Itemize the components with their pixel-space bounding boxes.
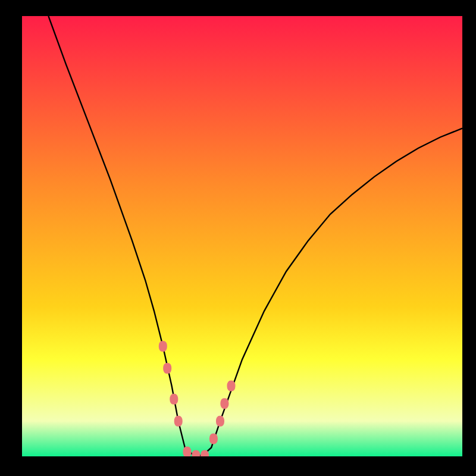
frame-top — [0, 0, 476, 16]
highlight-marker — [192, 450, 200, 456]
highlight-marker — [216, 416, 224, 427]
highlight-marker — [183, 447, 192, 456]
plot-area — [22, 16, 462, 456]
bottleneck-curve — [48, 16, 462, 456]
highlight-marker — [220, 398, 228, 409]
highlight-marker — [163, 363, 171, 374]
highlight-markers — [159, 341, 236, 456]
highlight-marker — [159, 341, 167, 352]
highlight-marker — [170, 394, 178, 405]
frame-left — [0, 0, 22, 476]
bottleneck-line-chart — [22, 16, 462, 456]
highlight-marker — [227, 381, 236, 392]
frame-right — [462, 0, 476, 476]
highlight-marker — [174, 416, 183, 427]
highlight-marker — [209, 433, 218, 444]
frame-bottom — [0, 456, 476, 476]
